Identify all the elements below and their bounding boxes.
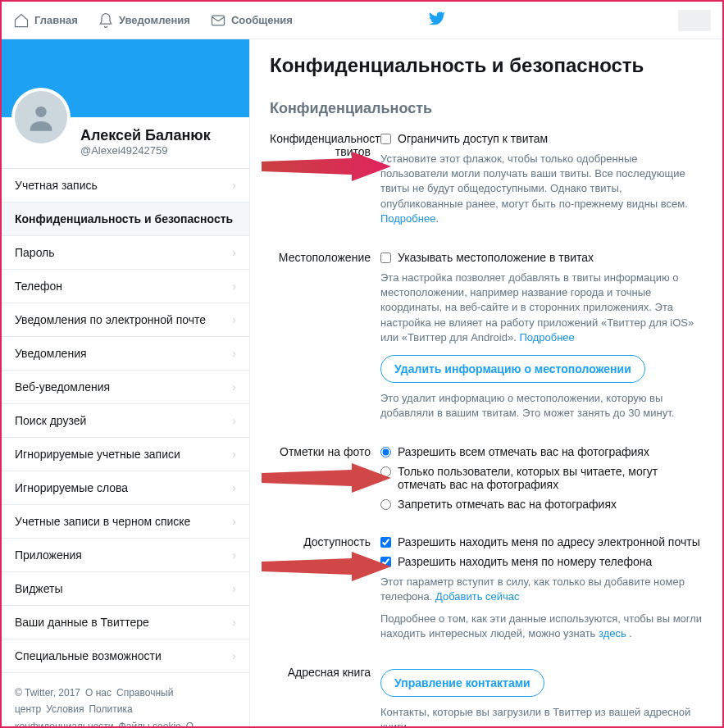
sidebar-item-14[interactable]: Специальные возможности› bbox=[2, 639, 249, 673]
nav-messages-label: Сообщения bbox=[231, 14, 293, 26]
sidebar-item-10[interactable]: Учетные записи в черном списке› bbox=[2, 505, 249, 539]
desc-delete-location: Это удалит информацию о местоположении, … bbox=[380, 391, 706, 421]
footer-link[interactable]: © Twitter, 2017 bbox=[15, 687, 80, 698]
link-learn-more-location[interactable]: Подробнее bbox=[519, 331, 574, 344]
nav-notifications[interactable]: Уведомления bbox=[98, 12, 190, 29]
label-contacts: Адресная книга bbox=[270, 666, 380, 728]
svg-point-1 bbox=[35, 107, 46, 117]
sidebar: Алексей Баланюк @Alexei49242759 Учетная … bbox=[2, 39, 249, 728]
avatar[interactable] bbox=[15, 91, 67, 143]
label-tweet-privacy: Конфиденциальность твитов bbox=[270, 132, 380, 233]
sidebar-item-12[interactable]: Виджеты› bbox=[2, 572, 249, 606]
radio-tag-everyone[interactable] bbox=[380, 447, 391, 457]
person-icon bbox=[25, 101, 57, 134]
sidebar-item-3[interactable]: Телефон› bbox=[2, 270, 249, 303]
opt-protect-tweets[interactable]: Ограничить доступ к твитам bbox=[380, 132, 706, 145]
user-name[interactable]: Алексей Баланюк bbox=[80, 127, 239, 144]
chevron-right-icon: › bbox=[232, 380, 236, 394]
footer-link[interactable]: О нас bbox=[85, 687, 112, 698]
chevron-right-icon: › bbox=[232, 280, 236, 293]
button-manage-contacts[interactable]: Управление контактами bbox=[380, 669, 544, 697]
opt-location[interactable]: Указывать местоположение в твитах bbox=[380, 251, 706, 264]
opt-tag-none[interactable]: Запретить отмечать вас на фотографиях bbox=[380, 498, 706, 511]
sidebar-item-0[interactable]: Учетная запись› bbox=[2, 169, 249, 202]
nav-notifications-label: Уведомления bbox=[119, 14, 190, 26]
desc-find-phone: Этот параметр вступит в силу, как только… bbox=[380, 575, 706, 604]
account-menu-button[interactable] bbox=[678, 10, 711, 31]
link-learn-more-tweets[interactable]: Подробнее bbox=[380, 212, 435, 225]
main-content: Конфиденциальность и безопасность Конфид… bbox=[249, 39, 722, 728]
profile-cover bbox=[2, 39, 249, 117]
row-location: Местоположение Указывать местоположение … bbox=[270, 251, 706, 427]
sidebar-item-9[interactable]: Игнорируемые слова› bbox=[2, 471, 249, 505]
radio-tag-following[interactable] bbox=[380, 466, 391, 477]
opt-find-email[interactable]: Разрешить находить меня по адресу электр… bbox=[380, 535, 706, 548]
footer-link[interactable]: Файлы cookie bbox=[119, 721, 181, 728]
label-discoverability: Доступность bbox=[270, 535, 380, 648]
link-add-phone[interactable]: Добавить сейчас bbox=[435, 590, 520, 603]
sidebar-item-2[interactable]: Пароль› bbox=[2, 236, 249, 270]
sidebar-item-1[interactable]: Конфиденциальность и безопасность› bbox=[2, 202, 249, 236]
row-discoverability: Доступность Разрешить находить меня по а… bbox=[270, 535, 706, 648]
chevron-right-icon: › bbox=[232, 582, 236, 595]
label-location: Местоположение bbox=[270, 251, 380, 427]
opt-find-phone[interactable]: Разрешить находить меня по номеру телефо… bbox=[380, 555, 706, 568]
nav-home-label: Главная bbox=[34, 14, 78, 26]
chevron-right-icon: › bbox=[232, 448, 236, 461]
desc-location: Эта настройка позволяет добавлять в твит… bbox=[380, 271, 706, 345]
sidebar-item-7[interactable]: Поиск друзей› bbox=[2, 404, 249, 438]
radio-tag-none[interactable] bbox=[380, 499, 391, 510]
section-title: Конфиденциальность bbox=[270, 100, 706, 117]
desc-learn-discover: Подробнее о том, как эти данные использу… bbox=[380, 612, 706, 641]
avatar-wrap bbox=[11, 88, 71, 147]
sidebar-item-13[interactable]: Ваши данные в Твиттере› bbox=[2, 606, 249, 639]
chevron-right-icon: › bbox=[232, 548, 236, 562]
row-photo-tagging: Отметки на фото Разрешить всем отмечать … bbox=[270, 445, 706, 517]
chevron-right-icon: › bbox=[232, 347, 236, 360]
envelope-icon bbox=[210, 12, 226, 29]
chevron-right-icon: › bbox=[232, 649, 236, 662]
chevron-right-icon: › bbox=[232, 246, 236, 259]
home-icon bbox=[13, 12, 30, 29]
sidebar-item-8[interactable]: Игнорируемые учетные записи› bbox=[2, 438, 249, 471]
top-nav: Главная Уведомления Сообщения bbox=[2, 2, 722, 39]
chevron-right-icon: › bbox=[232, 179, 236, 192]
checkbox-find-email[interactable] bbox=[380, 537, 391, 548]
bell-icon bbox=[98, 12, 114, 29]
sidebar-item-4[interactable]: Уведомления по электронной почте› bbox=[2, 303, 249, 337]
row-tweet-privacy: Конфиденциальность твитов Ограничить дос… bbox=[270, 132, 706, 233]
row-contacts: Адресная книга Управление контактами Кон… bbox=[270, 666, 706, 728]
nav-messages[interactable]: Сообщения bbox=[210, 12, 293, 29]
chevron-right-icon: › bbox=[232, 481, 236, 494]
opt-tag-everyone[interactable]: Разрешить всем отмечать вас на фотографи… bbox=[380, 445, 706, 458]
twitter-logo-icon[interactable] bbox=[428, 10, 446, 30]
chevron-right-icon: › bbox=[232, 313, 236, 326]
svg-rect-0 bbox=[212, 16, 224, 25]
settings-menu: Учетная запись›Конфиденциальность и безо… bbox=[2, 169, 249, 673]
page-title: Конфиденциальность и безопасность bbox=[270, 54, 706, 77]
sidebar-item-5[interactable]: Уведомления› bbox=[2, 337, 249, 371]
chevron-right-icon: › bbox=[232, 414, 236, 427]
label-photo-tagging: Отметки на фото bbox=[270, 445, 380, 517]
checkbox-find-phone[interactable] bbox=[380, 557, 391, 567]
sidebar-item-6[interactable]: Веб-уведомления› bbox=[2, 371, 249, 404]
link-here[interactable]: здесь bbox=[599, 627, 626, 639]
user-handle[interactable]: @Alexei49242759 bbox=[80, 144, 239, 157]
desc-contacts: Контакты, которые вы загрузили в Твиттер… bbox=[380, 705, 706, 728]
chevron-right-icon: › bbox=[232, 515, 236, 528]
chevron-right-icon: › bbox=[232, 616, 236, 629]
opt-tag-following[interactable]: Только пользователи, которых вы читаете,… bbox=[380, 465, 706, 491]
sidebar-item-11[interactable]: Приложения› bbox=[2, 539, 249, 572]
button-delete-location[interactable]: Удалить информацию о местоположении bbox=[380, 355, 645, 383]
footer-link[interactable]: Условия bbox=[46, 703, 84, 715]
checkbox-location[interactable] bbox=[380, 253, 391, 263]
footer-links: © Twitter, 2017О насСправочный центрУсло… bbox=[2, 673, 249, 728]
desc-protect-tweets: Установите этот флажок, чтобы только одо… bbox=[380, 152, 706, 226]
checkbox-protect-tweets[interactable] bbox=[380, 134, 391, 144]
nav-home[interactable]: Главная bbox=[13, 12, 78, 29]
